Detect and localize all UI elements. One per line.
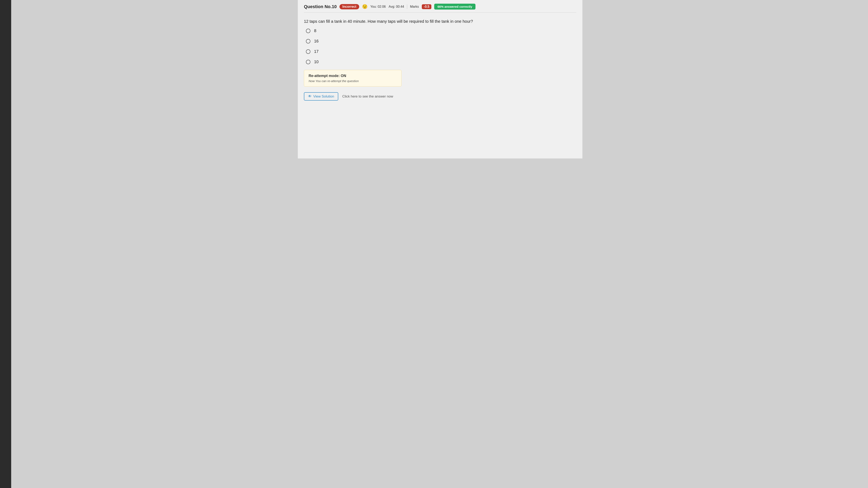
- question-number: Question No.10: [304, 4, 337, 9]
- option-17-label: 17: [314, 49, 318, 54]
- question-text: 12 taps can fill a tank in 40 minute. Ho…: [304, 18, 576, 24]
- options-list: 8 16 17 10: [306, 28, 576, 64]
- correct-pct-badge: 66% answered correctly: [434, 4, 475, 9]
- reattempt-subtitle: Now You can re-attempt the question: [309, 79, 397, 83]
- option-8[interactable]: 8: [306, 28, 576, 33]
- marks-value: -0.5: [422, 4, 432, 9]
- option-17[interactable]: 17: [306, 49, 576, 54]
- incorrect-badge: Incorrect: [339, 4, 359, 9]
- eye-icon: 👁: [308, 94, 312, 99]
- header-row: Question No.10 Incorrect 😟 You: 02:06 Av…: [304, 4, 576, 12]
- view-solution-row: 👁 View Solution Click here to see the an…: [304, 92, 576, 101]
- left-sidebar: [0, 0, 11, 488]
- click-hint: Click here to see the answer now: [342, 95, 393, 99]
- view-solution-button[interactable]: 👁 View Solution: [304, 92, 338, 101]
- option-8-label: 8: [314, 28, 316, 33]
- you-time: You: 02:06: [370, 5, 386, 8]
- sad-emoji-icon: 😟: [362, 4, 368, 9]
- radio-16[interactable]: [306, 39, 310, 43]
- reattempt-box: Re-attempt mode: ON Now You can re-attem…: [304, 70, 401, 87]
- radio-10[interactable]: [306, 60, 310, 64]
- radio-8[interactable]: [306, 29, 310, 33]
- question-page: Question No.10 Incorrect 😟 You: 02:06 Av…: [298, 0, 582, 159]
- option-10-label: 10: [314, 60, 318, 64]
- option-16-label: 16: [314, 39, 318, 43]
- avg-time: Avg: 00:44: [389, 5, 404, 8]
- view-solution-label: View Solution: [313, 95, 334, 99]
- option-16[interactable]: 16: [306, 39, 576, 43]
- option-10[interactable]: 10: [306, 60, 576, 64]
- reattempt-title: Re-attempt mode: ON: [309, 74, 397, 78]
- radio-17[interactable]: [306, 50, 310, 54]
- marks-label: Marks: [410, 5, 419, 8]
